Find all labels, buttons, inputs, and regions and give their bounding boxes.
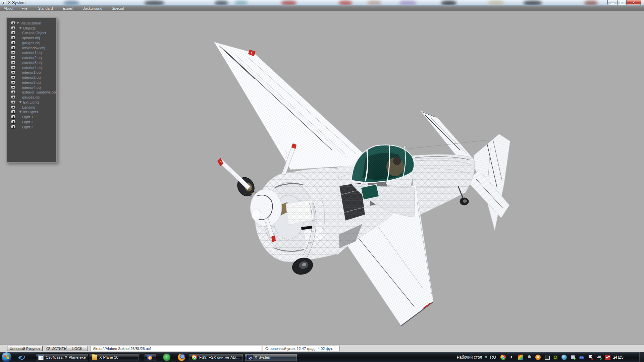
tree-row[interactable]: Visualization	[7, 21, 56, 25]
odnoklassniki-tray-icon[interactable]	[535, 355, 541, 360]
tree-row[interactable]: exterior2.obj	[7, 55, 56, 60]
minimize-button[interactable]	[607, 0, 617, 5]
visibility-eye-icon[interactable]	[11, 100, 16, 104]
tree-row-label: Objects	[23, 26, 36, 30]
network-monitor-icon[interactable]	[544, 355, 549, 360]
background-picture-button[interactable]: Фоновый Рисунок	[7, 346, 43, 351]
visibility-eye-icon[interactable]	[11, 26, 16, 30]
visibility-eye-icon[interactable]	[11, 85, 16, 89]
system-tray	[500, 355, 619, 360]
notification-bell-icon[interactable]	[527, 355, 532, 360]
expander-triangle-icon[interactable]	[19, 101, 22, 103]
visibility-eye-icon[interactable]	[11, 115, 16, 119]
close-button[interactable]	[626, 0, 641, 5]
visibility-eye-icon[interactable]	[11, 31, 16, 35]
gamepad-icon[interactable]	[579, 355, 584, 360]
visibility-eye-icon[interactable]	[11, 75, 16, 79]
visibility-eye-icon[interactable]	[11, 90, 16, 94]
window-titlebar[interactable]: X-System	[0, 0, 644, 6]
tree-row-label: interior1.obj	[22, 70, 41, 74]
firefox-icon[interactable]	[178, 354, 185, 361]
visibility-eye-icon[interactable]	[11, 41, 16, 45]
expander-triangle-icon[interactable]	[16, 22, 19, 24]
aero-blur-blob	[339, 1, 352, 5]
tree-row[interactable]: Landing	[7, 105, 56, 110]
visibility-eye-icon[interactable]	[11, 120, 16, 124]
visibility-eye-icon[interactable]	[11, 46, 16, 50]
start-button[interactable]	[1, 352, 12, 362]
tree-row[interactable]: exterior4.obj	[7, 65, 56, 70]
menu-item[interactable]: File	[21, 6, 28, 11]
chrome-tray-icon[interactable]	[500, 355, 506, 360]
language-indicator[interactable]: RU	[490, 352, 496, 362]
aero-blur-blob	[584, 1, 598, 5]
mediaget-tray-icon[interactable]	[518, 355, 523, 360]
safely-remove-usb-icon[interactable]	[596, 355, 602, 360]
maximize-button[interactable]	[617, 0, 626, 5]
tree-row[interactable]: Light 2	[7, 120, 56, 124]
media-player-icon	[147, 355, 152, 360]
3d-viewport[interactable]: Visualization Objects Cockpit Object spi…	[0, 11, 644, 345]
desktop-toolbar-label[interactable]: Рабочий стол	[457, 352, 482, 362]
menu-item[interactable]: Standard	[38, 6, 53, 11]
toolbar-chevron[interactable]: »	[485, 352, 487, 362]
visibility-eye-icon[interactable]	[11, 125, 16, 129]
aero-blur-blob	[281, 1, 297, 5]
xplane-tray-icon[interactable]	[509, 355, 515, 360]
menu-item[interactable]: Background	[83, 6, 102, 11]
visibility-eye-icon[interactable]	[11, 21, 16, 25]
aircraft-path-field[interactable]: Aircraft/Alabeo Sukhoi 26/SU26.acf	[91, 346, 262, 351]
download-manager-icon[interactable]	[163, 354, 170, 361]
menu-item[interactable]: About	[4, 6, 13, 11]
visibility-eye-icon[interactable]	[11, 80, 16, 84]
internet-globe-icon[interactable]	[561, 355, 567, 360]
parking-angle-field[interactable]: Стояночный угол: 12.47 град., 4.02 фут.	[263, 346, 340, 351]
taskbar-button-xsystem[interactable]: X-System	[245, 353, 297, 361]
visibility-eye-icon[interactable]	[11, 66, 16, 69]
tree-row[interactable]: spinner.obj	[7, 36, 56, 40]
action-center-flag-icon[interactable]	[588, 355, 593, 360]
tree-row[interactable]: interior3.obj	[7, 80, 56, 85]
tree-row[interactable]: Light 1	[7, 115, 56, 119]
show-desktop-button[interactable]	[639, 352, 644, 362]
menu-item[interactable]: Special	[112, 6, 124, 11]
tree-row[interactable]: exterior3.obj	[7, 60, 56, 65]
tree-row[interactable]: Cockpit Object	[7, 31, 56, 35]
tree-row[interactable]: gauges.obj	[7, 41, 56, 45]
tree-row[interactable]: gauges.obj	[7, 95, 56, 100]
tree-row-label: exterior4.obj	[22, 66, 43, 70]
printer-ready-icon[interactable]	[570, 355, 576, 360]
tree-row[interactable]: interior2.obj	[7, 75, 56, 80]
tree-row[interactable]: Ext Lights	[7, 100, 56, 105]
tree-row[interactable]: exterior_windows.obj	[7, 90, 56, 95]
taskbar-button-properties[interactable]: Свойства: X-Plane.exe	[36, 353, 89, 361]
tree-row[interactable]: IntWindow.obj	[7, 46, 56, 50]
nvidia-settings-icon[interactable]	[553, 355, 558, 360]
taskbar-button-chrome[interactable]: FS9, FSX они же АЫ...	[189, 353, 243, 361]
expander-triangle-icon[interactable]	[19, 27, 22, 29]
visibility-eye-icon[interactable]	[11, 105, 16, 109]
visibility-eye-icon[interactable]	[11, 70, 16, 74]
visibility-eye-icon[interactable]	[11, 110, 16, 114]
taskbar-button-xplane10[interactable]: X-Plane 10	[89, 353, 139, 361]
taskbar-clock[interactable]: 17:25	[609, 352, 627, 362]
lock-zoom-button[interactable]: LOCK ZOOM	[67, 346, 88, 351]
tree-row[interactable]: interior1.obj	[7, 70, 56, 75]
tree-row[interactable]: Objects	[7, 26, 56, 31]
clear-button[interactable]: ОЧИСТИТЬ	[46, 346, 66, 351]
expander-triangle-icon[interactable]	[19, 111, 22, 113]
tree-row[interactable]: interior4.obj	[7, 85, 56, 90]
taskbar-button-media-player[interactable]	[144, 353, 156, 361]
visibility-eye-icon[interactable]	[11, 61, 16, 64]
menu-item[interactable]: Expert	[63, 6, 73, 11]
windows-taskbar: Свойства: X-Plane.exe X-Plane 10 FS9, FS…	[0, 352, 644, 362]
tree-row[interactable]: Int Lights	[7, 110, 56, 114]
internet-explorer-icon[interactable]	[17, 354, 25, 361]
tree-row[interactable]: exterior1.obj	[7, 50, 56, 55]
visibility-eye-icon[interactable]	[11, 56, 16, 59]
tree-row-label: Cockpit Object	[22, 31, 46, 35]
tree-row[interactable]: Light 3	[7, 125, 56, 129]
visibility-eye-icon[interactable]	[11, 36, 16, 40]
visibility-eye-icon[interactable]	[11, 51, 16, 54]
visibility-eye-icon[interactable]	[11, 95, 16, 99]
